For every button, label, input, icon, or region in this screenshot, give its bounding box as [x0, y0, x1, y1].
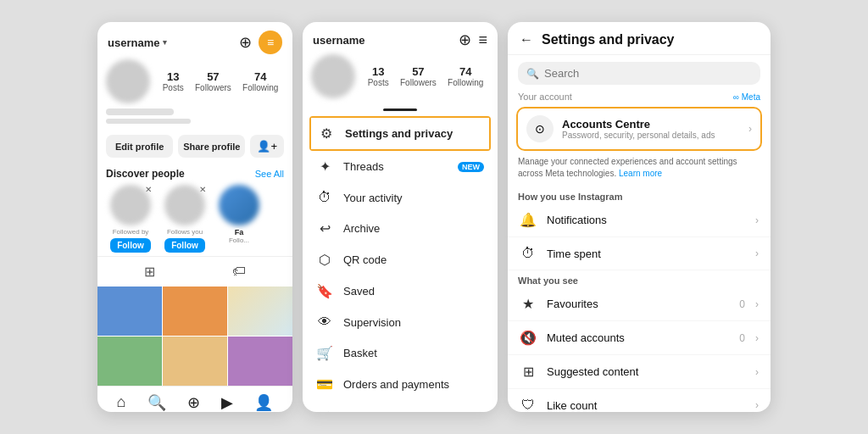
settings-privacy-label: Settings and privacy [345, 127, 482, 140]
threads-item[interactable]: ✦ Threads NEW [303, 151, 498, 182]
username-chevron: ▾ [163, 38, 167, 47]
menu-lines-icon[interactable]: ≡ [478, 31, 487, 49]
menu-icon[interactable]: ≡ [259, 31, 282, 54]
add-person-button[interactable]: 👤+ [250, 135, 284, 158]
settings-title: Settings and privacy [542, 32, 675, 47]
search-input[interactable] [544, 67, 752, 80]
notifications-item[interactable]: 🔔 Notifications › [508, 203, 771, 237]
suggested-content-item[interactable]: ⊞ Suggested content › [508, 355, 771, 389]
like-count-chevron: › [755, 399, 759, 411]
grid-view-icon[interactable]: ⊞ [144, 264, 155, 280]
header-icons: ⊕ ≡ [239, 31, 282, 54]
profile-header: username ▾ ⊕ ≡ [97, 22, 292, 59]
stat-followers: 57 Followers [195, 70, 231, 92]
profile-username: username ▾ [108, 36, 167, 49]
like-count-label: Like count [547, 399, 745, 412]
discover-avatars: ✕ Followed by Follow ✕ Follows you Follo… [106, 185, 284, 253]
discover-avatar-1 [110, 185, 151, 225]
threads-icon: ✦ [316, 159, 333, 175]
stat-following: 74 Following [242, 70, 278, 92]
menu-list: ⚙ Settings and privacy ✦ Threads NEW ⏱ Y… [303, 116, 498, 412]
discover-sub-1: Followed by [113, 228, 149, 236]
accounts-centre-chevron: › [748, 123, 752, 135]
menu-stat-following: 74 Following [448, 65, 483, 87]
bottom-nav: ⌂ 🔍 ⊕ ▶ 👤 [97, 386, 292, 412]
new-badge: NEW [458, 162, 484, 172]
nav-home-icon[interactable]: ⌂ [117, 393, 126, 412]
settings-search-bar[interactable]: 🔍 [518, 62, 760, 85]
time-spent-label: Time spent [547, 248, 745, 260]
meta-label: ∞ Meta [733, 92, 760, 102]
accounts-centre-icon: ⊙ [526, 115, 554, 142]
settings-header: ← Settings and privacy [508, 22, 771, 55]
supervision-icon: 👁 [316, 314, 333, 330]
muted-accounts-label: Muted accounts [547, 331, 729, 344]
settings-privacy-highlight: ⚙ Settings and privacy [309, 116, 491, 151]
thumb-5 [163, 337, 227, 386]
supervision-label: Supervision [343, 316, 484, 329]
suggested-icon: ⊞ [520, 364, 537, 380]
time-spent-item[interactable]: ⏱ Time spent › [508, 237, 771, 270]
thumb-6 [228, 337, 292, 386]
profile-actions: Edit profile Share profile 👤+ [97, 130, 292, 163]
basket-label: Basket [343, 347, 484, 359]
nav-search-icon[interactable]: 🔍 [147, 393, 166, 412]
favourites-s-icon: ★ [520, 296, 537, 312]
discover-title: Discover people [106, 168, 185, 180]
supervision-item[interactable]: 👁 Supervision [303, 307, 498, 337]
nav-reels-icon[interactable]: ▶ [221, 393, 233, 412]
nav-add-icon[interactable]: ⊕ [187, 393, 200, 412]
notifications-icon: 🔔 [520, 212, 537, 228]
see-all-link[interactable]: See All [255, 169, 284, 179]
thumb-4 [97, 337, 162, 386]
nav-profile-icon[interactable]: 👤 [254, 393, 273, 412]
qr-code-item[interactable]: ⬡ QR code [303, 244, 498, 275]
suggested-content-label: Suggested content [547, 365, 745, 378]
what-you-see-header: What you see [508, 270, 771, 287]
edit-profile-button[interactable]: Edit profile [106, 135, 173, 158]
add-icon-menu[interactable]: ⊕ [459, 31, 471, 49]
discover-avatar-2 [164, 185, 205, 225]
archive-item[interactable]: ↩ Archive [303, 213, 498, 244]
learn-more-link[interactable]: Learn more [619, 169, 662, 178]
muted-icon: 🔇 [520, 330, 537, 346]
tag-view-icon[interactable]: 🏷 [232, 264, 246, 280]
menu-username: username [313, 34, 364, 47]
menu-stat-followers: 57 Followers [400, 65, 437, 87]
accounts-centre-title: Accounts Centre [562, 118, 740, 131]
discover-person-3: Fa Follo... [214, 185, 264, 253]
muted-accounts-item[interactable]: 🔇 Muted accounts 0 › [508, 321, 771, 355]
qr-code-label: QR code [343, 253, 484, 266]
thumb-1 [97, 287, 162, 336]
panel-menu: username ⊕ ≡ 13 Posts 57 Followers 74 Fo… [303, 22, 498, 412]
accounts-centre-subtitle: Password, security, personal details, ad… [562, 131, 740, 140]
profile-grid-toggle: ⊞ 🏷 [97, 256, 292, 287]
panel-settings: ← Settings and privacy 🔍 Your account ∞ … [508, 22, 771, 412]
basket-icon: 🛒 [316, 345, 333, 361]
follow-button-2[interactable]: Follow [164, 238, 205, 253]
settings-privacy-item[interactable]: ⚙ Settings and privacy [311, 118, 489, 149]
panel-profile: username ▾ ⊕ ≡ 13 Posts 57 Followers [97, 22, 292, 412]
muted-chevron: › [755, 332, 759, 344]
menu-header-icons: ⊕ ≡ [459, 31, 487, 49]
orders-payments-item[interactable]: 💳 Orders and payments [303, 369, 498, 400]
back-button[interactable]: ← [520, 32, 533, 47]
share-profile-button[interactable]: Share profile [178, 135, 245, 158]
favourites-settings-item[interactable]: ★ Favourites 0 › [508, 287, 771, 321]
favourites-s-chevron: › [755, 298, 759, 310]
basket-item[interactable]: 🛒 Basket [303, 337, 498, 369]
like-count-icon: 🛡 [520, 398, 537, 412]
accounts-centre-item[interactable]: ⊙ Accounts Centre Password, security, pe… [516, 107, 762, 151]
discover-sub-3: Follo... [229, 236, 249, 244]
archive-icon: ↩ [316, 220, 333, 236]
your-account-label: Your account [518, 92, 572, 102]
follow-button-1[interactable]: Follow [110, 238, 151, 253]
saved-item[interactable]: 🔖 Saved [303, 275, 498, 307]
add-icon[interactable]: ⊕ [239, 33, 252, 52]
your-activity-item[interactable]: ⏱ Your activity [303, 182, 498, 213]
like-count-item[interactable]: 🛡 Like count › [508, 389, 771, 412]
time-spent-chevron: › [755, 248, 759, 259]
meta-verified-item[interactable]: ✓ Meta Verified [303, 400, 498, 412]
thumb-3 [228, 287, 292, 336]
orders-icon: 💳 [316, 376, 333, 392]
